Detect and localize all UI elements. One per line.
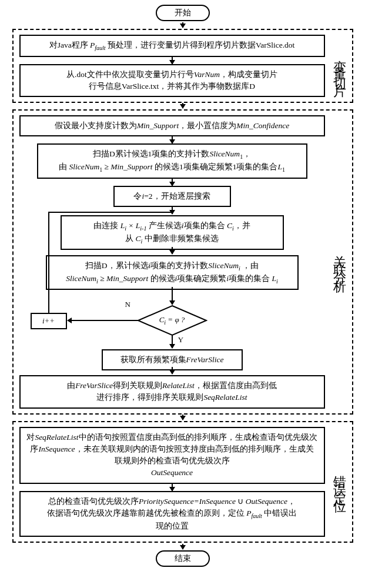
arrow-icon: [182, 544, 183, 549]
decision-diamond: Ci = φ ?: [137, 305, 207, 336]
loop-region: 由连接 Li × Li-1 产生候选i项集的集合 Ci，并从 Ci 中删除非频繁…: [22, 207, 322, 377]
box-text: 获取所有频繁项集FreVarSlice: [120, 355, 224, 364]
box-text: 由连接 Li × Li-1 产生候选i项集的集合 Ci，并从 Ci 中删除非频繁…: [93, 221, 250, 243]
box-text: 由FreVarSlice得到关联规则RelateList，根据置信度由高到低进行…: [67, 381, 277, 402]
process-box: 令i=2，开始逐层搜索: [113, 186, 231, 207]
arrow-icon: [182, 415, 183, 420]
box-text: 从.dot文件中依次提取变量切片行号VarNum，构成变量切片行号信息VarSl…: [66, 70, 277, 91]
section-label: 错误定位: [331, 465, 349, 498]
process-box: 从.dot文件中依次提取变量切片行号VarNum，构成变量切片行号信息VarSl…: [19, 64, 325, 98]
box-text: 对Java程序 Pfault 预处理，进行变量切片得到程序切片数据VarSlic…: [49, 41, 295, 49]
process-box: 对Java程序 Pfault 预处理，进行变量切片得到程序切片数据VarSlic…: [19, 35, 325, 57]
section-association-analysis: 关联分析 假设最小支持度计数为Min_Support，最小置信度为Min_Con…: [12, 109, 353, 414]
process-box: 对SeqRelateList中的语句按照置信度由高到低的排列顺序，生成检查语句优…: [19, 427, 325, 484]
decision-text: Ci = φ ?: [159, 315, 185, 326]
arrow-icon: [172, 335, 173, 348]
end-terminal: 结束: [156, 550, 210, 567]
arrow-icon: [172, 179, 173, 186]
box-text: 假设最小支持度计数为Min_Support，最小置信度为Min_Confiden…: [55, 121, 289, 130]
increment-box: i++: [31, 313, 67, 329]
box-text: 总的检查语句优先级次序PrioritySequence=InSequence ∪…: [47, 497, 297, 530]
process-box: 扫描D累计候选1项集的支持计数SliceNum1，由 SliceNum1 ≥ M…: [37, 143, 307, 178]
y-label: Y: [178, 335, 183, 345]
arrow-icon: [172, 484, 173, 491]
box-text: 对SeqRelateList中的语句按照置信度由高到低的排列顺序，生成检查语句优…: [26, 433, 317, 477]
process-box: 由连接 Li × Li-1 产生候选i项集的集合 Ci，并从 Ci 中删除非频繁…: [61, 215, 284, 250]
section-label: 变量切片: [331, 49, 349, 82]
box-text: 扫描D累计候选1项集的支持计数SliceNum1，由 SliceNum1 ≥ M…: [59, 149, 285, 171]
process-box: 由FreVarSlice得到关联规则RelateList，根据置信度由高到低进行…: [19, 375, 325, 409]
arrow-icon: [172, 57, 173, 64]
arrow-icon: [182, 22, 183, 28]
process-box: 总的检查语句优先级次序PrioritySequence=InSequence ∪…: [19, 491, 325, 537]
n-label: N: [125, 300, 130, 309]
section-variable-slice: 变量切片 对Java程序 Pfault 预处理，进行变量切片得到程序切片数据Va…: [12, 29, 353, 103]
section-error-location: 错误定位 对SeqRelateList中的语句按照置信度由高到低的排列顺序，生成…: [12, 421, 353, 543]
connector-line: [71, 320, 139, 321]
box-text: 令i=2，开始逐层搜索: [133, 192, 210, 201]
box-text: 扫描D，累计候选i项集的支持计数SliceNumi ，由SliceNumi ≥ …: [66, 261, 278, 283]
start-terminal: 开始: [156, 5, 210, 21]
arrowhead-icon: [67, 318, 72, 323]
arrow-icon: [182, 103, 183, 108]
arrow-icon: [172, 207, 173, 214]
arrow-icon: [172, 136, 173, 143]
process-box: 假设最小支持度计数为Min_Support，最小置信度为Min_Confiden…: [19, 115, 325, 136]
connector-line: [48, 212, 49, 313]
box-text: i++: [42, 316, 55, 325]
arrow-icon: [172, 287, 173, 305]
process-box: 扫描D，累计候选i项集的支持计数SliceNumi ，由SliceNumi ≥ …: [46, 255, 299, 290]
section-label: 关联分析: [331, 245, 349, 278]
flowchart: 开始 变量切片 对Java程序 Pfault 预处理，进行变量切片得到程序切片数…: [5, 5, 360, 567]
arrow-icon: [172, 247, 173, 254]
arrow-icon: [172, 367, 173, 374]
connector-line: [48, 212, 172, 213]
